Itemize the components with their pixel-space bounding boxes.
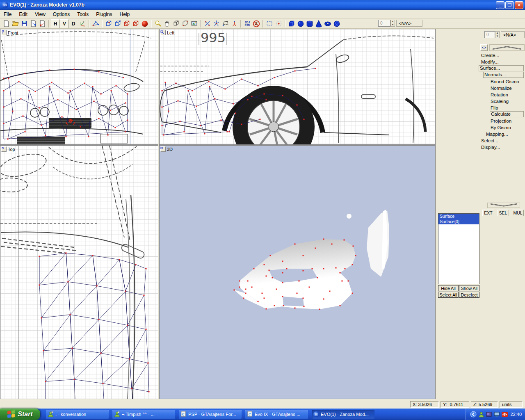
menu-options[interactable]: Options [49,10,73,18]
pan-tool-button[interactable] [162,19,171,28]
front-viewport-label[interactable]: Front [1,30,18,35]
front-viewport-canvas[interactable] [0,29,158,144]
viewport-maximize-icon[interactable] [160,146,166,152]
menu-tools[interactable]: Tools [73,10,92,18]
pivot-tool-button[interactable] [230,19,239,28]
sidebar-spinner-arrows[interactable]: ▲▼ [495,31,500,38]
cmd-display[interactable]: Display... [481,144,500,151]
sel-mode-button[interactable]: SEL [497,210,509,216]
edge-level-cube-button[interactable] [113,19,122,28]
menu-help[interactable]: Help [116,10,134,18]
mode-2d3d-toggle[interactable]: 2DJF3D [243,19,252,28]
import-button[interactable] [29,19,38,28]
menu-plugins[interactable]: Plugins [92,10,116,18]
task-evo-ix-forum[interactable]: e Evo IX - GTAsajtens ... [245,410,308,419]
mul-mode-button[interactable]: MUL [512,210,524,216]
task-zmodeler-active[interactable]: 3D EVO(1) - Zanoza Mod... [312,410,374,419]
view-d-toggle[interactable]: D [69,19,78,28]
cmd-bound-gismo[interactable]: Bound Gismo [491,79,519,85]
cmd-calculate[interactable]: Calculate [490,111,524,117]
object-list-item[interactable]: Surface [438,214,479,219]
select-all-button[interactable]: Select All [438,292,459,298]
cmd-normalize[interactable]: Normalize [491,85,512,91]
circle-select-button[interactable] [274,19,283,28]
face-level-cube-button[interactable] [122,19,131,28]
task-konversation[interactable]: . - konversation [46,410,109,419]
viewport-maximize-icon[interactable] [160,30,166,35]
top-viewport[interactable]: Top [0,145,158,399]
view-v-toggle[interactable]: V [60,19,69,28]
poly-level-cube-button[interactable] [131,19,140,28]
show-all-button[interactable]: Show All [459,285,479,291]
sidebar-na-combo[interactable]: <N/A> [501,31,525,38]
toolbar-na-combo[interactable]: <N/A> [396,20,422,27]
task-psp-forum[interactable]: e PSP - GTAsajtens For... [179,410,242,419]
three-d-viewport-label[interactable]: 3D [160,146,173,152]
open-file-button[interactable] [11,19,20,28]
primitive-sphere-button[interactable] [296,19,305,28]
multiply-tool-button[interactable] [212,19,221,28]
cmd-scaleing[interactable]: Scaleing [491,98,509,105]
cmd-projection[interactable]: Projection [491,118,511,124]
cmd-modify[interactable]: Modify... [481,59,499,65]
collapse-chevron-button[interactable] [489,44,525,51]
vertex-level-cube-button[interactable] [104,19,113,28]
deselect-button[interactable]: Deselect [459,292,479,298]
primitive-cylinder-button[interactable] [305,19,314,28]
left-viewport-canvas[interactable]: 995 [160,29,435,144]
primitive-geosphere-button[interactable] [332,19,341,28]
export-button[interactable] [38,19,47,28]
menu-edit[interactable]: Edit [15,10,31,18]
z-lock-toggle[interactable]: Z [252,19,261,28]
vertices-mode-button[interactable] [91,19,100,28]
cmd-flip[interactable]: Flip [491,105,498,111]
viewport-maximize-icon[interactable] [1,30,7,35]
primitive-cone-button[interactable] [314,19,323,28]
sidebar-spinner-value[interactable]: 0 [484,31,495,38]
top-viewport-label[interactable]: Top [1,146,15,152]
new-file-button[interactable] [2,19,11,28]
expand-toggle-button[interactable]: <> [480,44,488,51]
objects-listbox[interactable]: Surface Surface[0] [438,213,479,284]
scale-tool-button[interactable] [203,19,212,28]
primitive-cube-button[interactable] [287,19,296,28]
cmd-create[interactable]: Create... [481,52,499,59]
three-d-viewport-canvas[interactable] [160,146,435,399]
viewport-maximize-icon[interactable] [1,146,7,152]
axes-gizmo-button[interactable]: zx [78,19,87,28]
lasso-select-button[interactable] [221,19,230,28]
title-bar[interactable]: 3D EVO(1) - Zanoza Modeler v1.07b _ ❐ ✕ [0,0,525,10]
arcball-tool-button[interactable] [171,19,180,28]
cmd-mapping[interactable]: Mapping... [486,131,508,137]
hide-tray-icons-chevron[interactable] [470,411,477,418]
start-button[interactable]: Start [0,409,40,420]
left-viewport-label[interactable]: Left [160,30,174,35]
material-editor-button[interactable] [140,19,149,28]
taskbar-clock[interactable]: 22:40 [510,412,522,417]
zoom-tool-button[interactable] [153,19,162,28]
object-list-item[interactable]: Surface[0] [438,219,479,224]
primitive-torus-button[interactable] [323,19,332,28]
cmd-surface[interactable]: Surface... [479,65,524,71]
expand-chevron-button[interactable] [487,203,520,208]
front-viewport[interactable]: Front [0,29,158,145]
rotate-view-button[interactable] [180,19,189,28]
three-d-viewport[interactable]: 3D [159,145,436,399]
top-viewport-canvas[interactable] [0,146,158,399]
left-viewport[interactable]: 995 [159,29,436,145]
toolbar-spinner-value[interactable]: 0 [378,20,390,27]
cmd-select[interactable]: Select... [481,138,498,144]
toolbar-spinner-arrows[interactable]: ▲▼ [390,20,395,27]
cmd-rotation[interactable]: Rotation [491,92,508,98]
display-settings-tray-icon[interactable] [486,411,492,418]
menu-file[interactable]: File [0,10,15,18]
task-timpish[interactable]: ¬ Timpish ^^ - ... [112,410,175,419]
hide-all-button[interactable]: Hide All [438,285,459,291]
close-button[interactable]: ✕ [515,1,523,9]
network-monitor-tray-icon[interactable] [494,411,500,418]
view-h-toggle[interactable]: H [51,19,60,28]
rect-select-button[interactable] [265,19,274,28]
save-file-button[interactable] [20,19,29,28]
cmd-normals[interactable]: Normals... [483,72,524,78]
menu-view[interactable]: View [31,10,49,18]
